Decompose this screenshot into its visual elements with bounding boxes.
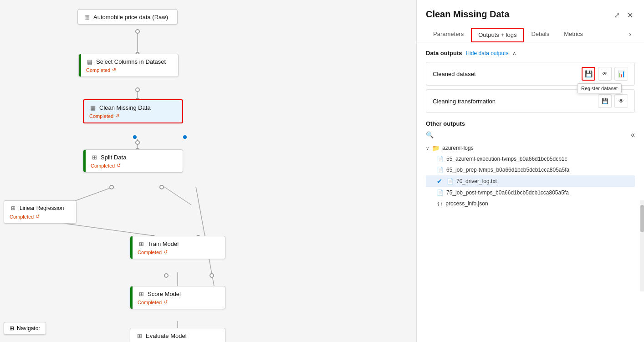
select-icon: ▤ <box>86 58 93 65</box>
save-icon: 💾 <box>585 70 593 77</box>
expand-button[interactable]: ⤢ <box>612 9 622 21</box>
node-label: Automobile price data (Raw) <box>93 14 168 20</box>
navigator-icon: ⊞ <box>10 325 14 332</box>
connector-dot <box>210 273 214 278</box>
data-outputs-title: Data outputs <box>426 50 462 56</box>
refresh-icon: ↺ <box>117 163 121 168</box>
navigator-button[interactable]: ⊞ Navigator <box>4 322 46 335</box>
eye-icon: 👁 <box>602 71 608 77</box>
chevron-down-icon: ∨ <box>426 146 429 151</box>
connector-dot <box>159 185 164 189</box>
file-tree: ∨ 📁 azureml-logs 📄 55_azureml-execution-… <box>426 143 635 209</box>
file-75-job-post[interactable]: 📄 75_job_post-tvmps_b0a66d1bcb5dcb1cca80… <box>426 187 635 198</box>
node-label: Score Model <box>148 291 181 297</box>
connector-dot <box>135 87 140 92</box>
connector-dot <box>135 29 140 34</box>
tab-details[interactable]: Details <box>524 27 557 42</box>
eval-icon: ⊞ <box>136 332 143 339</box>
file-label: process_info.json <box>445 200 635 207</box>
file-label: 75_job_post-tvmps_b0a66d1bcb5dcb1cca805a… <box>446 189 635 196</box>
file-icon: 📄 <box>437 189 444 196</box>
folder-label: azureml-logs <box>442 145 474 151</box>
save-icon: 💾 <box>602 98 608 104</box>
other-outputs-title: Other outputs <box>426 120 635 127</box>
tab-parameters[interactable]: Parameters <box>426 27 471 42</box>
node-evaluate-model[interactable]: ⊞ Evaluate Model <box>130 328 225 342</box>
tab-metrics[interactable]: Metrics <box>557 27 590 42</box>
selection-handle <box>182 134 188 140</box>
node-label: Split Data <box>101 154 126 161</box>
green-bar <box>130 286 133 309</box>
file-65-job-prep[interactable]: 📄 65_job_prep-tvmps_b0a66d1bcb5dcb1cca80… <box>426 164 635 175</box>
search-icon: 🔍 <box>426 131 434 138</box>
scrollbar[interactable] <box>640 200 644 291</box>
right-panel: Clean Missing Data ⤢ ✕ Parameters Output… <box>416 0 644 342</box>
cleaned-dataset-label: Cleaned dataset <box>433 71 476 77</box>
train-icon: ⊞ <box>138 240 145 247</box>
tab-more-arrow[interactable]: › <box>625 27 635 42</box>
node-clean-missing[interactable]: ▦ Clean Missing Data Completed ↺ <box>83 99 183 123</box>
output-actions-cleaned: 💾 Register dataset 👁 📊 <box>582 67 628 81</box>
view-dataset-button[interactable]: 👁 <box>598 67 612 81</box>
register-tooltip: Register dataset <box>577 83 622 93</box>
file-55-execution[interactable]: 📄 55_azureml-execution-tvmps_b0a66d1bcb5… <box>426 153 635 164</box>
file-label: 55_azureml-execution-tvmps_b0a66d1bcb5dc… <box>446 156 635 162</box>
node-label: Select Columns in Dataset <box>96 58 166 65</box>
selected-check-icon: ✔ <box>437 178 442 185</box>
view-transformation-button[interactable]: 👁 <box>614 94 628 108</box>
selection-handle <box>132 134 138 140</box>
cleaning-transformation-label: Cleaning transformation <box>433 98 496 105</box>
panel-tabs: Parameters Outputs + logs Details Metric… <box>417 27 644 42</box>
node-status: Completed ↺ <box>138 299 220 305</box>
tab-outputs-logs[interactable]: Outputs + logs <box>471 28 524 42</box>
refresh-icon: ↺ <box>164 249 168 255</box>
panel-body: Data outputs Hide data outputs ∧ Cleaned… <box>417 42 644 342</box>
collapse-button[interactable]: « <box>631 131 635 139</box>
panel-header: Clean Missing Data ⤢ ✕ <box>417 0 644 21</box>
svg-line-4 <box>164 187 191 205</box>
hide-data-outputs-link[interactable]: Hide data outputs <box>465 50 508 56</box>
node-linear-regression[interactable]: ⊞ Linear Regression Completed ↺ <box>4 200 77 224</box>
search-row: 🔍 « <box>426 131 635 139</box>
register-transformation-button[interactable]: 💾 <box>598 94 612 108</box>
chart-dataset-button[interactable]: 📊 <box>614 67 628 81</box>
file-process-info[interactable]: {} process_info.json <box>426 198 635 209</box>
output-actions-cleaning: 💾 👁 <box>598 94 628 108</box>
file-icon: 📄 <box>437 167 444 173</box>
register-dataset-button[interactable]: 💾 <box>582 67 595 81</box>
json-icon: {} <box>437 201 443 207</box>
refresh-icon: ↺ <box>112 67 116 73</box>
connector-dot <box>164 273 169 278</box>
green-bar <box>83 150 86 172</box>
node-auto-price[interactable]: ▦ Automobile price data (Raw) <box>77 9 178 25</box>
dataset-icon: ▦ <box>83 13 91 20</box>
file-label: 70_driver_log.txt <box>456 178 635 184</box>
refresh-icon: ↺ <box>164 299 168 305</box>
chart-icon: 📊 <box>618 70 625 77</box>
green-bar <box>79 54 81 77</box>
file-icon: 📄 <box>447 178 454 184</box>
connector-dot <box>135 140 140 145</box>
scroll-thumb <box>640 205 644 232</box>
node-status: Completed ↺ <box>89 113 177 119</box>
navigator-label: Navigator <box>17 325 40 332</box>
node-score-model[interactable]: ⊞ Score Model Completed ↺ <box>130 286 225 309</box>
green-bar <box>130 236 133 259</box>
close-button[interactable]: ✕ <box>625 9 635 21</box>
split-icon: ⊞ <box>91 153 98 161</box>
file-70-driver-log[interactable]: ✔ 📄 70_driver_log.txt <box>426 175 635 187</box>
node-status: Completed ↺ <box>86 67 173 73</box>
other-outputs-section: Other outputs 🔍 « ∨ 📁 azureml-logs 📄 55_… <box>426 120 635 209</box>
node-label: Linear Regression <box>20 205 64 211</box>
refresh-icon: ↺ <box>115 113 119 119</box>
refresh-icon: ↺ <box>36 214 40 219</box>
output-row-cleaned-dataset: Cleaned dataset 💾 Register dataset 👁 📊 <box>426 62 635 86</box>
node-status: Completed ↺ <box>91 163 177 168</box>
folder-azureml-logs[interactable]: ∨ 📁 azureml-logs <box>426 143 635 153</box>
node-split-data[interactable]: ⊞ Split Data Completed ↺ <box>83 149 183 173</box>
node-train-model[interactable]: ⊞ Train Model Completed ↺ <box>130 236 225 259</box>
node-select-columns[interactable]: ▤ Select Columns in Dataset Completed ↺ <box>78 54 179 77</box>
eye-icon: 👁 <box>618 98 624 104</box>
node-label: Train Model <box>148 240 179 247</box>
data-outputs-header: Data outputs Hide data outputs ∧ <box>426 50 635 56</box>
